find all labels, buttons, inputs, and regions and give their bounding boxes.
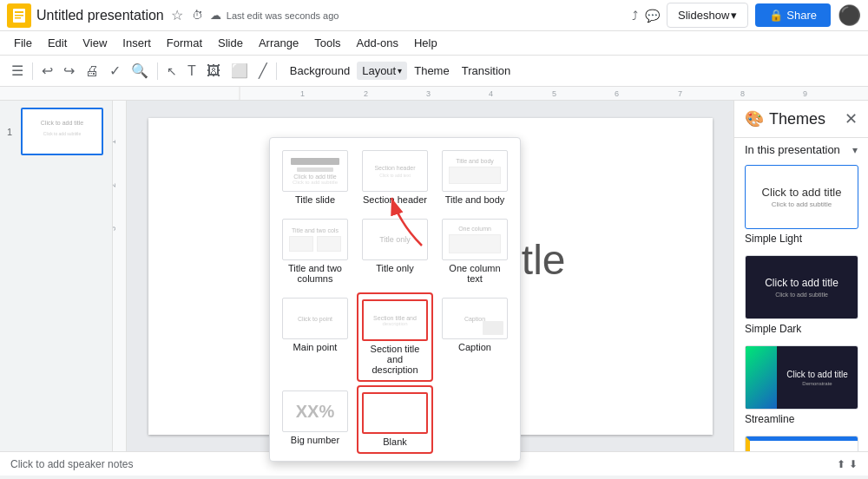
lt-col1 [289, 236, 313, 252]
layout-thumb-title-slide: Click to add title Click to add subtitle [282, 150, 348, 192]
doc-title[interactable]: Untitled presentation [36, 8, 164, 23]
layout-label-section-title-desc: Section title and description [364, 344, 426, 375]
layout-main-point[interactable]: Click to point Main point [277, 292, 353, 382]
slide-thumbnail-1[interactable]: 1 Click to add title Click to add subtit… [7, 108, 105, 155]
svg-text:5: 5 [552, 89, 556, 98]
app-icon [7, 3, 31, 28]
redo-button[interactable]: ↪ [59, 59, 79, 82]
themes-section-header[interactable]: In this presentation ▾ [734, 138, 868, 161]
layout-label-blank: Blank [383, 436, 407, 447]
undo-button[interactable]: ↩ [37, 59, 57, 82]
theme-streamline-content: Click to add title Demonstrate [777, 346, 858, 409]
main-area: 1 Click to add title Click to add subtit… [0, 101, 868, 451]
theme-preview-focus: Click to add title [745, 436, 858, 451]
theme-focus[interactable]: Click to add title Focus [734, 432, 868, 451]
share-button[interactable]: 🔒 Share [755, 3, 831, 27]
lt-oc-title: One column [458, 226, 491, 232]
layout-big-number[interactable]: XX% Big number [277, 385, 353, 454]
lt-caption-box [483, 321, 503, 335]
theme-focus-bg: Click to add title [746, 436, 858, 451]
layout-title-body[interactable]: Title and body Title and body [437, 145, 513, 210]
svg-text:4: 4 [489, 89, 493, 98]
shape-button[interactable]: ⬜ [227, 59, 253, 82]
layout-two-columns[interactable]: Title and two cols Title and two columns [277, 213, 353, 289]
tab-theme[interactable]: Theme [409, 62, 454, 80]
layout-thumb-main-point: Click to point [282, 298, 348, 339]
svg-text:9: 9 [803, 89, 807, 98]
notes-expand-icon[interactable]: ⬆ [837, 458, 845, 470]
svg-text:8: 8 [740, 89, 745, 98]
theme-preview-simple-dark: Click to add title Click to add subtitle [745, 255, 858, 319]
image-button[interactable]: 🖼 [202, 60, 225, 82]
menu-addons[interactable]: Add-ons [350, 34, 405, 52]
layout-section-header[interactable]: Section header Click to add text Section… [357, 145, 433, 210]
layout-title-slide[interactable]: Click to add title Click to add subtitle… [277, 145, 353, 210]
menu-bar: File Edit View Insert Format Slide Arran… [0, 31, 868, 56]
tab-background[interactable]: Background [285, 62, 355, 80]
svg-text:3: 3 [426, 89, 431, 98]
theme-name-simple-light: Simple Light [745, 233, 858, 245]
themes-close-button[interactable]: ✕ [845, 109, 858, 128]
comments-icon[interactable]: 💬 [645, 9, 660, 23]
menu-help[interactable]: Help [407, 34, 444, 52]
svg-rect-3 [15, 17, 21, 19]
theme-simple-dark[interactable]: Click to add title Click to add subtitle… [734, 252, 868, 342]
theme-streamline[interactable]: Click to add title Demonstrate Streamlin… [734, 342, 868, 432]
lt-to-title: Title only [379, 235, 411, 244]
theme-dark-bg: Click to add title Click to add subtitle [746, 256, 858, 318]
zoom-button[interactable]: 🔍 [127, 59, 153, 82]
svg-text:3: 3 [113, 226, 117, 231]
layout-label-section-header: Section header [363, 194, 427, 205]
menu-insert[interactable]: Insert [115, 34, 158, 52]
layout-label-title-only: Title only [376, 263, 414, 273]
layout-section-title-desc[interactable]: Section title and description Section ti… [357, 292, 433, 382]
layout-one-column[interactable]: One column One column text [437, 213, 513, 289]
layout-blank[interactable]: Blank [357, 385, 433, 454]
svg-text:1: 1 [113, 140, 117, 144]
menu-tools[interactable]: Tools [307, 34, 347, 52]
layout-label-main-point: Main point [293, 342, 338, 352]
layout-caption[interactable]: Caption Caption [437, 292, 513, 382]
menu-arrange[interactable]: Arrange [252, 34, 306, 52]
layout-thumb-big-number: XX% [282, 390, 348, 432]
menu-file[interactable]: File [7, 34, 39, 52]
history-icon[interactable]: ⏱ [190, 7, 205, 23]
notes-collapse-icon[interactable]: ⬇ [849, 458, 858, 470]
menu-format[interactable]: Format [160, 34, 209, 52]
spellcheck-button[interactable]: ✓ [105, 59, 125, 82]
layout-title-only[interactable]: Title only Title only [357, 213, 433, 289]
theme-simple-light[interactable]: Click to add title Click to add subtitle… [734, 161, 868, 252]
menu-slide[interactable]: Slide [211, 34, 250, 52]
slide-preview-1[interactable]: Click to add title Click to add subtitle [21, 108, 103, 155]
theme-dark-sub: Click to add subtitle [775, 292, 828, 298]
layout-thumb-one-column: One column [442, 219, 508, 260]
svg-text:2: 2 [364, 89, 368, 98]
tab-transition[interactable]: Transition [457, 62, 516, 80]
toolbar-menu[interactable]: ☰ [7, 59, 28, 82]
chart-icon[interactable]: ⤴ [632, 9, 638, 23]
slides-panel: 1 Click to add title Click to add subtit… [0, 101, 113, 451]
print-button[interactable]: 🖨 [81, 60, 103, 82]
lt-std-desc: description [382, 321, 407, 326]
line-button[interactable]: ╱ [254, 59, 272, 82]
menu-view[interactable]: View [76, 34, 114, 52]
svg-rect-15 [113, 101, 127, 448]
layout-label-title-slide: Title slide [295, 194, 335, 205]
star-icon[interactable]: ☆ [169, 5, 185, 25]
menu-edit[interactable]: Edit [41, 34, 74, 52]
lt-mp-title: Click to point [298, 316, 332, 322]
sep2 [157, 62, 158, 80]
text-button[interactable]: T [183, 60, 201, 82]
svg-text:2: 2 [113, 183, 117, 187]
lt-sec-sub: Click to add text [379, 173, 411, 178]
toolbar: ☰ ↩ ↪ 🖨 ✓ 🔍 ↖ T 🖼 ⬜ ╱ Background Layout … [0, 56, 868, 87]
lt-oc-body [449, 234, 501, 253]
cursor-button[interactable]: ↖ [162, 61, 181, 82]
lt-big-num: XX% [296, 402, 334, 422]
account-icon[interactable]: ⚫ [838, 4, 861, 27]
layout-thumb-title-body: Title and body [442, 150, 508, 192]
cloud-icon: ☁ [210, 9, 221, 22]
tab-layout[interactable]: Layout ▾ [357, 62, 407, 80]
theme-name-simple-dark: Simple Dark [745, 323, 858, 335]
slideshow-button[interactable]: Slideshow ▾ [667, 3, 748, 28]
